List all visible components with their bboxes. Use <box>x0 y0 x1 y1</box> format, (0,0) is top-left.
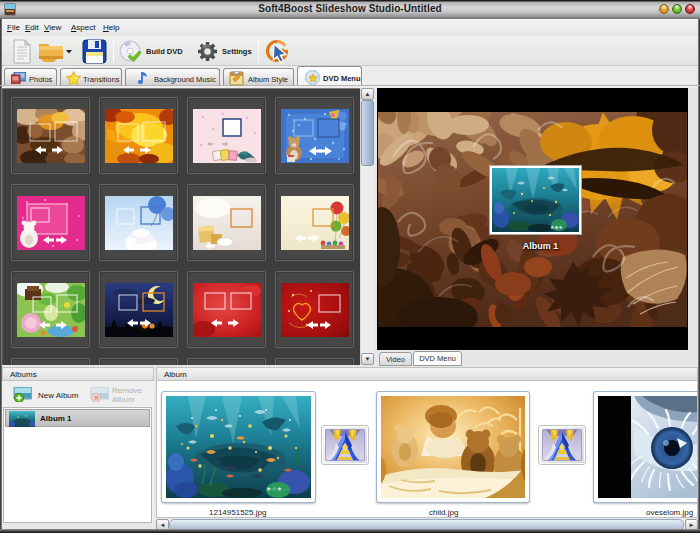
svg-text:★☆★ ···: ★☆★ ··· <box>266 486 290 492</box>
svg-text:★◈★: ★◈★ <box>550 224 563 230</box>
